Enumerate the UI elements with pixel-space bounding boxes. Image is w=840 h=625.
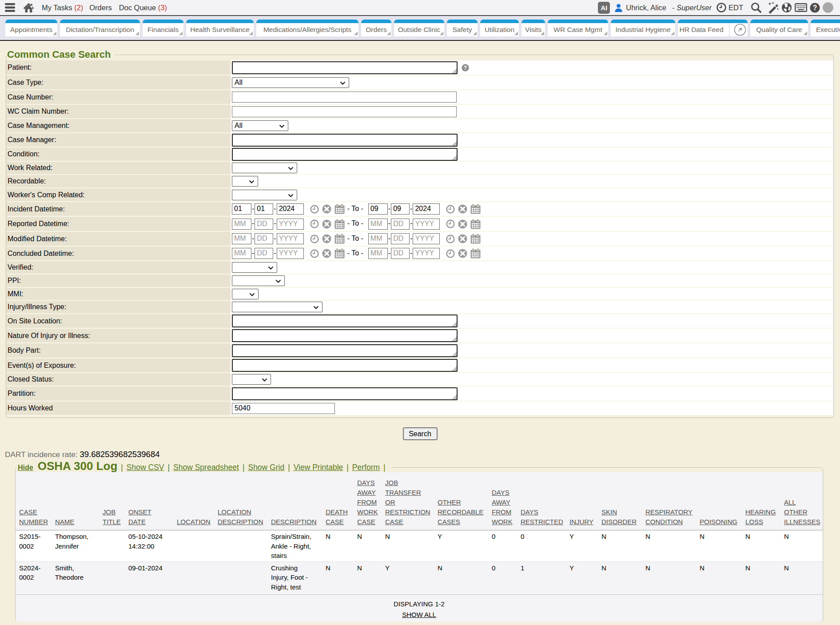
svg-text:?: ? — [464, 65, 467, 71]
svg-text:?: ? — [813, 4, 817, 11]
